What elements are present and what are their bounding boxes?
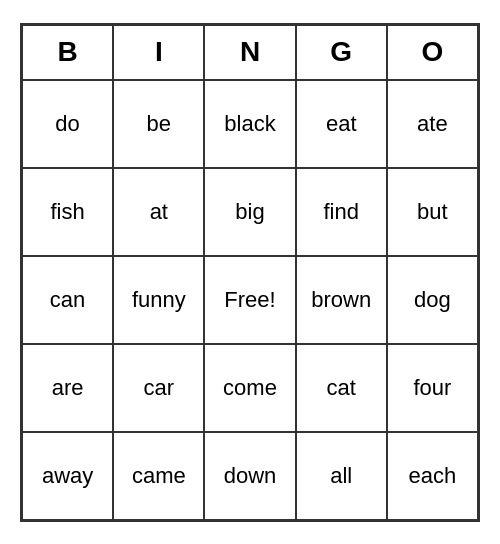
bingo-cell-1-3: find — [296, 168, 387, 256]
bingo-cell-0-0: do — [22, 80, 113, 168]
bingo-cell-0-2: black — [204, 80, 295, 168]
bingo-cell-3-2: come — [204, 344, 295, 432]
bingo-cell-0-4: ate — [387, 80, 478, 168]
bingo-row-4: awaycamedownalleach — [22, 432, 478, 520]
header-cell-G: G — [296, 25, 387, 80]
bingo-cell-2-0: can — [22, 256, 113, 344]
bingo-cell-4-2: down — [204, 432, 295, 520]
header-cell-O: O — [387, 25, 478, 80]
bingo-cell-2-4: dog — [387, 256, 478, 344]
header-cell-I: I — [113, 25, 204, 80]
bingo-cell-2-2: Free! — [204, 256, 295, 344]
header-cell-N: N — [204, 25, 295, 80]
bingo-cell-4-3: all — [296, 432, 387, 520]
header-cell-B: B — [22, 25, 113, 80]
bingo-cell-1-0: fish — [22, 168, 113, 256]
bingo-cell-0-1: be — [113, 80, 204, 168]
bingo-cell-4-0: away — [22, 432, 113, 520]
bingo-cell-1-1: at — [113, 168, 204, 256]
bingo-cell-3-4: four — [387, 344, 478, 432]
bingo-card: BINGO dobeblackeatatefishatbigfindbutcan… — [20, 23, 480, 522]
bingo-row-1: fishatbigfindbut — [22, 168, 478, 256]
bingo-header-row: BINGO — [22, 25, 478, 80]
bingo-cell-1-4: but — [387, 168, 478, 256]
bingo-cell-3-0: are — [22, 344, 113, 432]
bingo-cell-2-1: funny — [113, 256, 204, 344]
bingo-row-0: dobeblackeatate — [22, 80, 478, 168]
bingo-cell-0-3: eat — [296, 80, 387, 168]
bingo-cell-2-3: brown — [296, 256, 387, 344]
bingo-cell-4-4: each — [387, 432, 478, 520]
bingo-cell-3-3: cat — [296, 344, 387, 432]
bingo-row-3: arecarcomecatfour — [22, 344, 478, 432]
bingo-cell-3-1: car — [113, 344, 204, 432]
bingo-cell-1-2: big — [204, 168, 295, 256]
bingo-row-2: canfunnyFree!browndog — [22, 256, 478, 344]
bingo-cell-4-1: came — [113, 432, 204, 520]
